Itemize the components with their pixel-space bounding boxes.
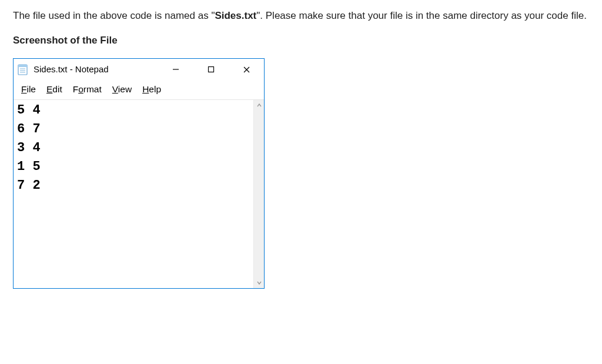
- svg-rect-1: [18, 65, 27, 67]
- scroll-up-arrow-icon[interactable]: [254, 100, 264, 111]
- window-controls: [158, 59, 264, 80]
- intro-suffix: ". Please make sure that your file is in…: [256, 10, 587, 21]
- section-heading: Screenshot of the File: [13, 33, 589, 48]
- text-editor[interactable]: 5 4 6 7 3 4 1 5 7 2: [14, 100, 253, 288]
- intro-filename: Sides.txt: [215, 10, 256, 21]
- menu-edit-accel: E: [46, 84, 52, 94]
- window-title: Sides.txt - Notepad: [34, 63, 158, 76]
- intro-prefix: The file used in the above code is named…: [13, 10, 215, 21]
- minimize-button[interactable]: [158, 59, 193, 80]
- menu-edit[interactable]: Edit: [41, 81, 68, 97]
- close-button[interactable]: [229, 59, 264, 80]
- menu-file[interactable]: File: [16, 81, 41, 97]
- menu-help-accel: H: [142, 84, 149, 94]
- scroll-down-arrow-icon[interactable]: [254, 278, 264, 288]
- menu-view-rest: iew: [118, 84, 132, 94]
- menu-help-rest: elp: [149, 84, 161, 94]
- menu-format-rest: rmat: [83, 84, 102, 94]
- menu-edit-rest: dit: [52, 84, 62, 94]
- content-area: 5 4 6 7 3 4 1 5 7 2: [14, 99, 264, 288]
- menu-format-accel: o: [78, 84, 83, 94]
- intro-paragraph: The file used in the above code is named…: [13, 8, 589, 24]
- maximize-button[interactable]: [193, 59, 229, 80]
- vertical-scrollbar[interactable]: [253, 100, 264, 288]
- menu-view-accel: V: [112, 84, 118, 94]
- menu-view[interactable]: View: [107, 81, 137, 97]
- window-titlebar[interactable]: Sides.txt - Notepad: [14, 59, 264, 80]
- menu-format[interactable]: Format: [68, 81, 107, 97]
- notepad-window: Sides.txt - Notepad File Edit Format Vie…: [13, 58, 265, 289]
- menu-bar: File Edit Format View Help: [14, 80, 264, 99]
- notepad-icon: [17, 63, 29, 76]
- menu-help[interactable]: Help: [137, 81, 166, 97]
- menu-format-pre: F: [73, 84, 78, 94]
- svg-rect-6: [209, 67, 214, 72]
- menu-file-rest: ile: [26, 84, 36, 94]
